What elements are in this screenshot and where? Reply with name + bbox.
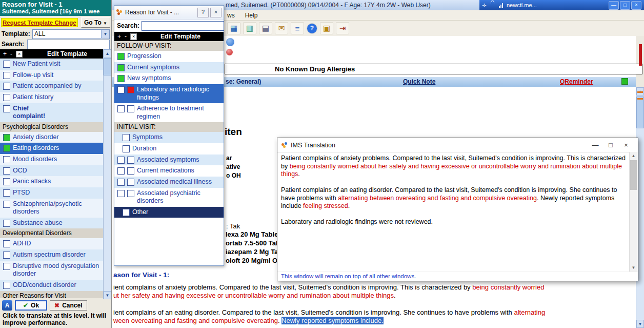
qreminder-link[interactable]: QReminder	[560, 78, 593, 85]
template-item[interactable]: New symptoms	[114, 73, 224, 84]
template-item[interactable]: OCD	[0, 165, 111, 177]
close-button[interactable]: ×	[618, 141, 634, 149]
search-input[interactable]	[27, 40, 110, 49]
cancel-button[interactable]: ✖ Cancel	[50, 300, 87, 311]
template-item[interactable]: Symptoms	[114, 132, 224, 143]
template-item[interactable]: Other	[114, 207, 224, 218]
template-item[interactable]: Mood disorders	[0, 154, 111, 165]
menu-help[interactable]: Help	[245, 12, 258, 19]
window-titlebar[interactable]: Reason for Visit - ... ? ×	[114, 6, 224, 20]
template-item[interactable]: Chief complaint!	[0, 103, 111, 122]
template-item[interactable]: Patient accompanied by	[0, 81, 111, 92]
alert-ball-icon[interactable]	[226, 38, 234, 46]
remove-icon[interactable]: -	[125, 32, 127, 41]
translate-icon[interactable]: A	[2, 300, 12, 311]
checkbox[interactable]	[127, 167, 134, 175]
scroll-thumb[interactable]	[630, 160, 637, 190]
template-item[interactable]: Patient history	[0, 92, 111, 103]
scroll-up-arrow[interactable]: ▲	[630, 152, 637, 160]
window-titlebar[interactable]: IMS Translation — □ ×	[277, 138, 638, 152]
checkbox[interactable]	[3, 220, 10, 227]
template-item[interactable]: Associated symptoms	[114, 155, 224, 166]
checkbox[interactable]	[123, 209, 130, 216]
checkbox[interactable]	[127, 190, 134, 197]
checkbox-checked-red[interactable]	[127, 86, 134, 93]
scroll-down-arrow[interactable]: ▼	[104, 291, 111, 299]
template-item[interactable]: Eating disorders	[0, 143, 111, 154]
template-item[interactable]: PTSD	[0, 187, 111, 199]
pin-icon[interactable]: ✛	[482, 3, 488, 8]
exit-icon[interactable]: ⇥	[336, 22, 349, 34]
scroll-down-arrow[interactable]: ▼	[636, 320, 644, 328]
template-item[interactable]: Associated medical illness	[114, 177, 224, 188]
checkbox[interactable]	[3, 105, 10, 112]
template-item[interactable]: Follow-up visit	[0, 70, 111, 81]
checkbox[interactable]	[127, 179, 134, 186]
checkbox[interactable]	[3, 201, 10, 208]
template-item[interactable]: Laboratory and radiologic findings	[114, 84, 224, 103]
checkbox[interactable]	[3, 72, 10, 79]
checkbox[interactable]	[117, 105, 125, 112]
checkbox-checked-green[interactable]	[117, 75, 125, 82]
minimize-button[interactable]: —	[588, 141, 603, 149]
template-item[interactable]: Duration	[114, 143, 224, 155]
template-item[interactable]: Anxiety disorder	[0, 132, 111, 143]
checkbox-checked-green[interactable]	[117, 64, 125, 71]
checkbox[interactable]	[117, 179, 125, 186]
template-item[interactable]: Schizophrenia/psychotic disorders	[0, 199, 111, 218]
checkbox-checked-green[interactable]	[117, 53, 125, 60]
close-button[interactable]: ×	[210, 8, 222, 17]
schedule-icon[interactable]: ▦	[227, 22, 240, 34]
chart-icon[interactable]: ▥	[243, 22, 256, 34]
template-item[interactable]: Current medications	[114, 165, 224, 177]
request-template-change-link[interactable]: Request Template Change	[1, 18, 78, 27]
checkbox-checked-green[interactable]	[3, 134, 10, 141]
checkbox-checked-green[interactable]	[3, 145, 10, 152]
lock-icon[interactable]: ▣	[320, 22, 333, 34]
scroll-up-arrow[interactable]: ▲	[104, 49, 111, 57]
checkbox[interactable]	[3, 156, 10, 163]
mail-icon[interactable]: ✉	[275, 22, 288, 34]
checkbox[interactable]	[123, 134, 130, 141]
add-icon[interactable]: +	[117, 32, 121, 41]
restore-button[interactable]: □	[620, 1, 630, 10]
template-item[interactable]: New Patient visit	[0, 59, 111, 70]
print-icon[interactable]: ▤	[259, 22, 272, 34]
delete-checkbox-icon[interactable]: ×	[16, 51, 23, 57]
checkbox[interactable]	[123, 145, 130, 152]
panel-scrollbar[interactable]: ▲ ▼	[103, 49, 111, 299]
scroll-thumb[interactable]	[636, 97, 644, 128]
checkbox[interactable]	[3, 167, 10, 175]
erx-ball-icon[interactable]	[226, 49, 233, 55]
checkbox[interactable]	[3, 61, 10, 68]
checkbox[interactable]	[127, 105, 134, 112]
checkbox[interactable]	[117, 86, 125, 93]
notes-icon[interactable]: ≡	[291, 22, 304, 34]
checkbox[interactable]	[3, 282, 10, 289]
template-item[interactable]: Autism spectrum disorder	[0, 249, 111, 261]
checkbox[interactable]	[117, 157, 125, 164]
scroll-down-arrow[interactable]: ▼	[630, 264, 637, 272]
checkbox[interactable]	[127, 157, 134, 164]
template-item[interactable]: ADHD	[0, 238, 111, 249]
template-item[interactable]: Panic attacks	[0, 176, 111, 187]
help-icon[interactable]: ?	[307, 23, 317, 34]
checkbox[interactable]	[3, 94, 10, 101]
checkbox[interactable]	[3, 240, 10, 247]
checkbox[interactable]	[117, 190, 125, 197]
checkbox[interactable]	[3, 189, 10, 197]
add-icon[interactable]: +	[3, 49, 7, 59]
goto-button[interactable]: Go To ▼	[81, 17, 110, 28]
remove-icon[interactable]: -	[10, 49, 12, 59]
template-select[interactable]: ALL ▼	[32, 29, 110, 39]
maximize-button[interactable]: □	[603, 141, 618, 149]
template-item[interactable]: Progression	[114, 51, 224, 62]
checkbox[interactable]	[3, 83, 10, 90]
checkbox[interactable]	[3, 178, 10, 185]
translation-scrollbar[interactable]: ▲ ▼	[629, 152, 638, 272]
close-button[interactable]: ×	[631, 1, 641, 10]
checkbox[interactable]	[3, 263, 10, 270]
template-item[interactable]: Associated psychiatric disorders	[114, 188, 224, 207]
search-input[interactable]	[142, 21, 224, 31]
delete-checkbox-icon[interactable]: ×	[130, 33, 137, 40]
